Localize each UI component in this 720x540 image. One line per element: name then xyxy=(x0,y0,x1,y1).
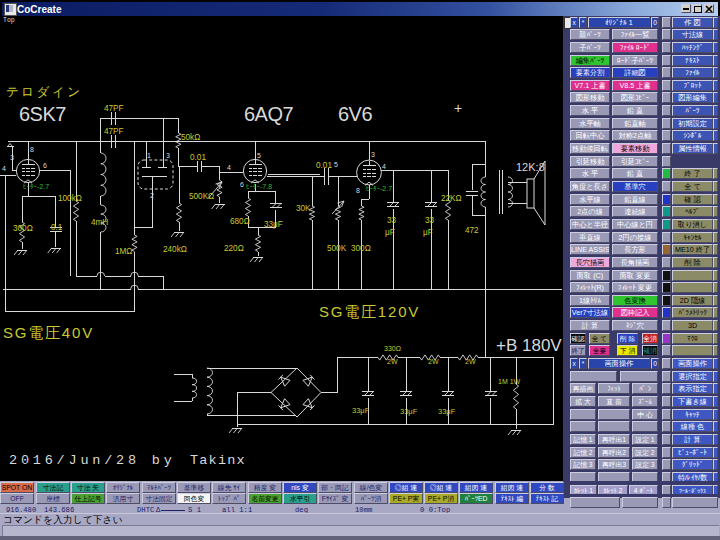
svg-text:テロダイン: テロダイン xyxy=(6,85,82,99)
svg-text:100kΩ: 100kΩ xyxy=(58,194,82,203)
svg-text:μF: μF xyxy=(385,228,395,237)
svg-text:33μF: 33μF xyxy=(438,407,456,416)
svg-text:33: 33 xyxy=(425,216,435,225)
svg-text:1: 1 xyxy=(147,152,151,159)
svg-text:30K: 30K xyxy=(296,204,311,213)
svg-text:0.1: 0.1 xyxy=(51,223,63,232)
svg-text:300Ω: 300Ω xyxy=(13,224,33,233)
svg-text:33μF: 33μF xyxy=(264,220,283,229)
svg-text:4mH: 4mH xyxy=(91,218,108,227)
svg-text:220Ω: 220Ω xyxy=(224,244,244,253)
svg-text:50kΩ: 50kΩ xyxy=(181,133,200,142)
svg-text:SG電圧120V: SG電圧120V xyxy=(319,303,420,320)
svg-text:6V6: 6V6 xyxy=(338,103,372,125)
svg-text:3: 3 xyxy=(371,151,375,158)
svg-text:300Ω: 300Ω xyxy=(351,244,371,253)
svg-text:6SK7: 6SK7 xyxy=(19,103,66,125)
svg-text:0.01: 0.01 xyxy=(316,161,332,170)
svg-text:6: 6 xyxy=(43,162,47,169)
svg-text:4: 4 xyxy=(382,163,386,170)
svg-text:SG電圧40V: SG電圧40V xyxy=(3,324,94,341)
svg-text:0.01: 0.01 xyxy=(190,153,206,162)
svg-text:2W: 2W xyxy=(387,358,398,365)
svg-text:2W: 2W xyxy=(428,358,439,365)
svg-text:330Ω: 330Ω xyxy=(384,345,401,352)
svg-text:47PF: 47PF xyxy=(104,127,124,136)
svg-text:472: 472 xyxy=(465,226,479,235)
svg-text:5: 5 xyxy=(334,161,338,168)
svg-text:22KΩ: 22KΩ xyxy=(441,194,462,203)
svg-text:33: 33 xyxy=(387,216,397,225)
svg-text:6: 6 xyxy=(240,181,244,188)
svg-text:500KΩ: 500KΩ xyxy=(189,192,214,201)
svg-text:Takinx: Takinx xyxy=(190,453,246,468)
svg-text:4: 4 xyxy=(2,165,6,172)
svg-text:+B 180V: +B 180V xyxy=(496,336,562,355)
svg-text:240kΩ: 240kΩ xyxy=(163,245,187,254)
svg-text:47PF: 47PF xyxy=(104,104,124,113)
svg-text:6AQ7: 6AQ7 xyxy=(244,103,294,125)
svg-text:2016/Jun/28 by: 2016/Jun/28 by xyxy=(9,453,176,468)
svg-text:3: 3 xyxy=(166,152,170,159)
svg-text:680Ω: 680Ω xyxy=(230,217,250,226)
svg-text:1MΩ: 1MΩ xyxy=(115,247,133,256)
svg-text:2: 2 xyxy=(150,192,154,199)
svg-text:ﾋｰﾀｰ-7.8: ﾋｰﾀｰ-7.8 xyxy=(246,183,272,190)
svg-text:ﾋｰﾀｰ-2.7: ﾋｰﾀｰ-2.7 xyxy=(366,185,392,192)
svg-text:2W: 2W xyxy=(465,358,476,365)
svg-text:3: 3 xyxy=(10,154,14,161)
svg-text:500K: 500K xyxy=(327,244,347,253)
svg-text:4: 4 xyxy=(227,164,231,171)
svg-text:33μF: 33μF xyxy=(352,406,370,415)
svg-text:+: + xyxy=(454,100,462,116)
svg-text:33μF: 33μF xyxy=(400,407,418,416)
svg-text:8: 8 xyxy=(356,187,360,194)
svg-text:8: 8 xyxy=(30,146,34,153)
svg-text:ﾋｰﾀｰ-2.7: ﾋｰﾀｰ-2.7 xyxy=(23,183,49,190)
svg-text:1M 1W: 1M 1W xyxy=(498,378,521,385)
svg-text:12K:8: 12K:8 xyxy=(516,161,545,173)
svg-text:μF: μF xyxy=(423,228,433,237)
svg-text:5: 5 xyxy=(257,152,261,159)
